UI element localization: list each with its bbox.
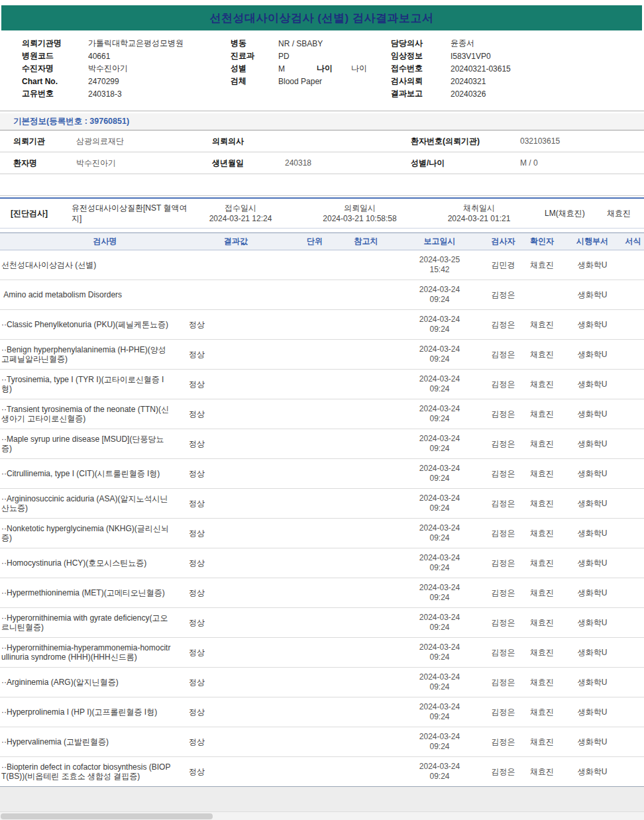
results-table: 검사명결과값단위참고치보고일시검사자확인자시행부서서식 선천성대사이상검사 (선…: [0, 232, 644, 787]
format-cell: [622, 757, 644, 787]
column-header: 서식: [622, 233, 644, 250]
report-datetime-cell: 2024-03-24 09:24: [394, 519, 485, 548]
scrollbar-thumb[interactable]: [1, 813, 213, 819]
unit-cell: [292, 578, 338, 608]
reference-cell: [338, 429, 394, 459]
report-datetime-cell: 2024-03-24 09:24: [394, 310, 485, 340]
unit-cell: [292, 638, 338, 668]
info-field: 결과보고 20240326: [391, 87, 511, 100]
unit-cell: [292, 697, 338, 727]
section-divider: [0, 111, 644, 111]
format-cell: [622, 608, 644, 638]
unit-cell: [292, 399, 338, 429]
result-row: ··Argininemia (ARG)(알지닌혈증) 정상 2024-03-24…: [0, 668, 644, 697]
reference-cell: [338, 310, 394, 340]
reference-cell: [338, 757, 394, 787]
tester-cell: 김정은: [485, 668, 521, 697]
result-row: ··Nonketotic hyperglycinemia (NKHG)(글리신뇌…: [0, 519, 644, 548]
report-time: 09:24: [394, 503, 485, 513]
result-value-cell: 정상: [180, 548, 292, 578]
result-row: ··Tyrosinemia, type I (TYR I)(고타이로신혈증 I형…: [0, 370, 644, 399]
report-time: 09:24: [394, 623, 485, 633]
reference-cell: [338, 668, 394, 697]
tester-cell: 김정은: [485, 608, 521, 638]
field-value: I583V1VP0: [451, 52, 491, 61]
department-cell: 생화학U: [563, 429, 622, 459]
info-field: 진료과 PD: [231, 50, 367, 62]
horizontal-scrollbar[interactable]: [0, 811, 644, 820]
basic-info-table: 의뢰기관삼광의료재단의뢰의사환자번호(의뢰기관)032103615환자명박수진아…: [0, 130, 644, 174]
department-cell: 생화학U: [563, 459, 622, 489]
result-row: 선천성대사이상검사 (선별) 2024-03-25 15:42 김민경 채효진 …: [0, 250, 644, 280]
department-cell: 생화학U: [563, 489, 622, 519]
column-header: 확인자: [521, 233, 563, 250]
field-label: 의뢰기관명: [22, 38, 88, 49]
result-value-cell: 정상: [180, 608, 292, 638]
section-divider: [0, 195, 644, 196]
field-label: 성별/나이: [411, 152, 445, 174]
result-row: ··Homocystinuria (HCY)(호모시스틴뇨증) 정상 2024-…: [0, 548, 644, 578]
reference-cell: [338, 697, 394, 727]
confirmer-cell: 채효진: [521, 489, 563, 519]
report-datetime-cell: 2024-03-24 09:24: [394, 668, 485, 697]
confirmer-cell: 채효진: [521, 459, 563, 489]
confirmer-cell: 채효진: [521, 370, 563, 399]
report-time: 09:24: [394, 652, 485, 662]
result-value-cell: 정상: [180, 370, 292, 399]
report-datetime-cell: 2024-03-24 09:24: [394, 489, 485, 519]
format-cell: [622, 340, 644, 370]
report-date: 2024-03-24: [394, 732, 485, 742]
result-row: ··Hypermethioninemia (MET)(고메티오닌혈증) 정상 2…: [0, 578, 644, 608]
test-name-cell: ··Argininemia (ARG)(알지닌혈증): [0, 668, 180, 697]
tester-cell: 김정은: [485, 489, 521, 519]
tester-cell: 김정은: [485, 519, 521, 548]
report-date: 2024-03-24: [394, 285, 485, 295]
test-name-cell: ··Tyrosinemia, type I (TYR I)(고타이로신혈증 I형…: [0, 370, 180, 399]
result-value-cell: 정상: [180, 638, 292, 668]
test-name-cell: ··Argininosuccinic aciduria (ASA)(알지노석시닌…: [0, 489, 180, 519]
reference-cell: [338, 638, 394, 668]
footer-area: [0, 787, 644, 820]
department-cell: 생화학U: [563, 250, 622, 280]
department-cell: 생화학U: [563, 578, 622, 608]
field-value: 240318: [285, 152, 311, 174]
info-field: 고유번호 240318-3: [22, 87, 184, 100]
result-row: ··Benign hyperphenylalaninemia (H-PHE)(양…: [0, 340, 644, 370]
field-value: M: [278, 64, 317, 74]
diagnostic-time-field: 접수일시2024-03-21 12:24: [178, 203, 303, 224]
test-name-cell: ··Homocystinuria (HCY)(호모시스틴뇨증): [0, 548, 180, 578]
tester-cell: 김정은: [485, 280, 521, 310]
confirmer-cell: 채효진: [521, 519, 563, 548]
unit-cell: [292, 310, 338, 340]
format-cell: [622, 429, 644, 459]
diagnostic-test-name: 유전성대사이상질환[NST 혈액여지]: [72, 203, 193, 224]
tester-cell: 김정은: [485, 578, 521, 608]
field-value: 윤종서: [451, 38, 474, 49]
info-field: 검체 Blood Paper: [231, 75, 367, 87]
format-cell: [622, 489, 644, 519]
report-date: 2024-03-24: [394, 672, 485, 682]
diagnostic-section-label: [진단검사]: [11, 208, 48, 219]
basic-info-row: 환자명박수진아기생년월일240318성별/나이M / 0: [0, 152, 644, 174]
confirmer-cell: 채효진: [521, 697, 563, 727]
unit-cell: [292, 459, 338, 489]
format-cell: [622, 370, 644, 399]
tester-cell: 김정은: [485, 459, 521, 489]
department-cell: 생화학U: [563, 548, 622, 578]
field-label: 채취일시: [416, 203, 542, 213]
report-datetime-cell: 2024-03-24 09:24: [394, 459, 485, 489]
format-cell: [622, 519, 644, 548]
report-datetime-cell: 2024-03-24 09:24: [394, 638, 485, 668]
result-value-cell: [180, 250, 292, 280]
confirmer-cell: 채효진: [521, 608, 563, 638]
field-value: 박수진아기: [88, 63, 128, 74]
format-cell: [622, 548, 644, 578]
department-cell: 생화학U: [563, 697, 622, 727]
field-value: 2024-03-21 12:24: [178, 213, 303, 224]
result-row: ··Hyperornithinemia-hyperammonemia-homoc…: [0, 638, 644, 668]
confirmer-cell: 채효진: [521, 548, 563, 578]
report-time: 09:24: [394, 444, 485, 454]
result-value-cell: 정상: [180, 459, 292, 489]
unit-cell: [292, 370, 338, 399]
format-cell: [622, 727, 644, 757]
